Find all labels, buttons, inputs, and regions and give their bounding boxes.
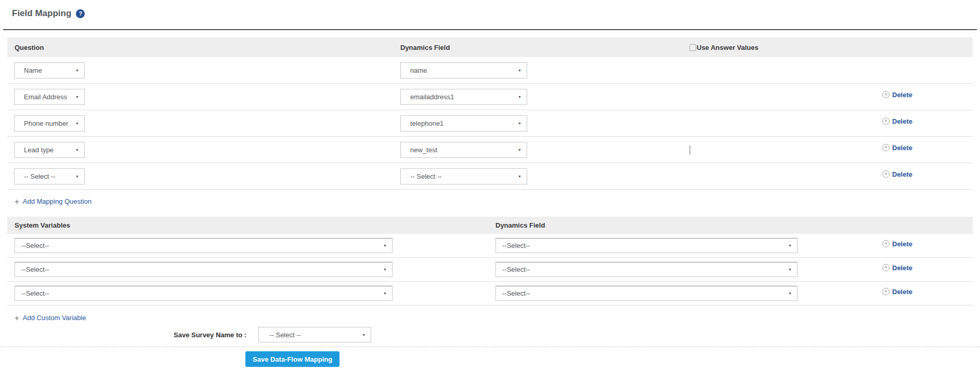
system-variable-select[interactable]: --Select-- ▼ — [15, 286, 393, 301]
delete-link[interactable]: × Delete — [882, 117, 912, 125]
chevron-down-icon: ▼ — [788, 292, 797, 295]
delete-label: Delete — [892, 170, 912, 178]
delete-link[interactable]: × Delete — [882, 91, 912, 99]
delete-label: Delete — [892, 240, 912, 248]
dynamics-field-select[interactable]: --Select-- ▼ — [495, 286, 798, 301]
save-survey-name-select[interactable]: -- Select -- ▼ — [258, 327, 371, 342]
add-mapping-question-label: Add Mapping Question — [23, 197, 92, 205]
use-answer-values-label: Use Answer Values — [697, 44, 759, 51]
use-answer-values-header-checkbox[interactable] — [689, 44, 696, 51]
circle-x-icon: × — [882, 91, 890, 98]
system-variable-row: --Select-- ▼ --Select-- ▼ × Delete — [7, 234, 973, 258]
dynamics-field-select[interactable]: --Select-- ▼ — [495, 262, 798, 277]
delete-label: Delete — [892, 264, 912, 272]
question-select[interactable]: Lead type ▼ — [14, 142, 85, 158]
actions-cell: × Delete — [866, 286, 973, 296]
add-custom-variable-link[interactable]: + Add Custom Variable — [15, 314, 86, 322]
chevron-down-icon: ▼ — [75, 95, 84, 99]
actions-cell: × Delete — [866, 262, 973, 272]
use-answer-values-header: Use Answer Values — [689, 44, 866, 51]
system-variable-cell: --Select-- ▼ — [7, 238, 495, 253]
actions-cell: × Delete — [866, 89, 973, 99]
chevron-down-icon: ▼ — [518, 175, 527, 178]
delete-link[interactable]: × Delete — [882, 170, 912, 178]
dynamics-field-select-value: new_test — [401, 146, 437, 154]
question-cell: Email Address ▼ — [7, 89, 400, 105]
actions-cell: × Delete — [866, 115, 973, 125]
question-column-header: Question — [7, 44, 400, 51]
question-cell: Lead type ▼ — [7, 142, 400, 158]
circle-x-icon: × — [882, 288, 890, 295]
dynamics-field-select-value: emailaddress1 — [401, 93, 454, 101]
dynamics-field-cell: --Select-- ▼ — [495, 286, 866, 301]
question-cell: -- Select -- ▼ — [7, 168, 400, 184]
system-variables-column-header: System Variables — [7, 221, 495, 229]
save-survey-name-label: Save Survey Name to : — [174, 331, 246, 339]
dynamics-field-cell: emailaddress1 ▼ — [400, 89, 689, 105]
save-survey-name-select-value: -- Select -- — [259, 331, 301, 339]
system-variable-select-value: --Select-- — [15, 289, 49, 297]
delete-label: Delete — [892, 91, 912, 99]
dynamics-field-select-value: name — [401, 67, 427, 74]
chevron-down-icon: ▼ — [362, 333, 371, 337]
dynamics-field-select-value: --Select-- — [496, 266, 530, 273]
dynamics-field-cell: new_test ▼ — [400, 142, 689, 158]
dynamics-field-select[interactable]: telephone1 ▼ — [400, 115, 527, 131]
dynamics-field-select[interactable]: name ▼ — [400, 62, 527, 78]
circle-x-icon: × — [882, 144, 890, 151]
chevron-down-icon: ▼ — [75, 122, 84, 125]
question-select[interactable]: Phone number ▼ — [14, 115, 85, 131]
chevron-down-icon: ▼ — [383, 292, 392, 295]
plus-icon: + — [15, 314, 19, 322]
system-variable-select[interactable]: --Select-- ▼ — [15, 238, 393, 253]
chevron-down-icon: ▼ — [75, 69, 84, 72]
add-mapping-question-link[interactable]: + Add Mapping Question — [15, 197, 92, 205]
content: Question Dynamics Field Use Answer Value… — [7, 37, 973, 342]
use-answer-values-checkbox[interactable] — [689, 145, 690, 155]
question-cell: Phone number ▼ — [7, 115, 400, 131]
dynamics-field-select[interactable]: emailaddress1 ▼ — [400, 89, 527, 105]
question-select[interactable]: -- Select -- ▼ — [14, 168, 85, 184]
question-select-value: Phone number — [15, 120, 68, 127]
delete-link[interactable]: × Delete — [882, 288, 912, 296]
dynamics-field-select[interactable]: new_test ▼ — [400, 142, 527, 158]
chevron-down-icon: ▼ — [383, 244, 392, 247]
footer-actions: Save Data-Flow Mapping — [245, 351, 980, 367]
circle-x-icon: × — [882, 264, 890, 271]
delete-link[interactable]: × Delete — [882, 264, 912, 272]
add-custom-variable-label: Add Custom Variable — [23, 314, 86, 322]
system-variable-row: --Select-- ▼ --Select-- ▼ × Delete — [7, 282, 973, 306]
chevron-down-icon: ▼ — [383, 268, 392, 271]
dynamics-field-select[interactable]: --Select-- ▼ — [495, 238, 798, 253]
page-title: Field Mapping — [12, 8, 71, 19]
dynamics-field-select-value: telephone1 — [401, 120, 443, 127]
question-mapping-rows: Name ▼ name ▼ Email Address ▼ emailaddr — [7, 57, 973, 190]
dynamics-field-cell: name ▼ — [400, 62, 689, 78]
circle-x-icon: × — [882, 117, 890, 125]
save-data-flow-mapping-button[interactable]: Save Data-Flow Mapping — [245, 351, 339, 367]
question-mapping-table: Question Dynamics Field Use Answer Value… — [7, 37, 973, 190]
circle-x-icon: × — [882, 240, 890, 247]
system-variables-header: System Variables Dynamics Field — [7, 217, 973, 234]
system-variable-cell: --Select-- ▼ — [7, 286, 495, 301]
use-answer-values-cell — [689, 146, 866, 155]
dynamics-field-cell: -- Select -- ▼ — [400, 168, 689, 184]
question-select[interactable]: Email Address ▼ — [14, 89, 85, 105]
help-icon[interactable]: ? — [76, 9, 85, 18]
field-mapping-page: Field Mapping ? Question Dynamics Field … — [0, 0, 980, 370]
question-select[interactable]: Name ▼ — [14, 62, 85, 78]
dynamics-field-select[interactable]: -- Select -- ▼ — [400, 168, 527, 184]
delete-link[interactable]: × Delete — [882, 240, 912, 248]
dynamics-field-select-value: --Select-- — [496, 242, 530, 249]
delete-link[interactable]: × Delete — [882, 144, 912, 152]
system-variable-select-value: --Select-- — [15, 242, 49, 249]
actions-cell: × Delete — [866, 168, 973, 178]
dynamics-field-select-value: -- Select -- — [401, 173, 442, 180]
question-select-value: Name — [15, 67, 42, 74]
chevron-down-icon: ▼ — [518, 69, 527, 72]
question-cell: Name ▼ — [7, 62, 400, 78]
system-variable-select[interactable]: --Select-- ▼ — [15, 262, 393, 277]
delete-label: Delete — [892, 117, 912, 125]
question-select-value: Email Address — [15, 93, 67, 101]
title-bar: Field Mapping ? — [0, 0, 980, 20]
